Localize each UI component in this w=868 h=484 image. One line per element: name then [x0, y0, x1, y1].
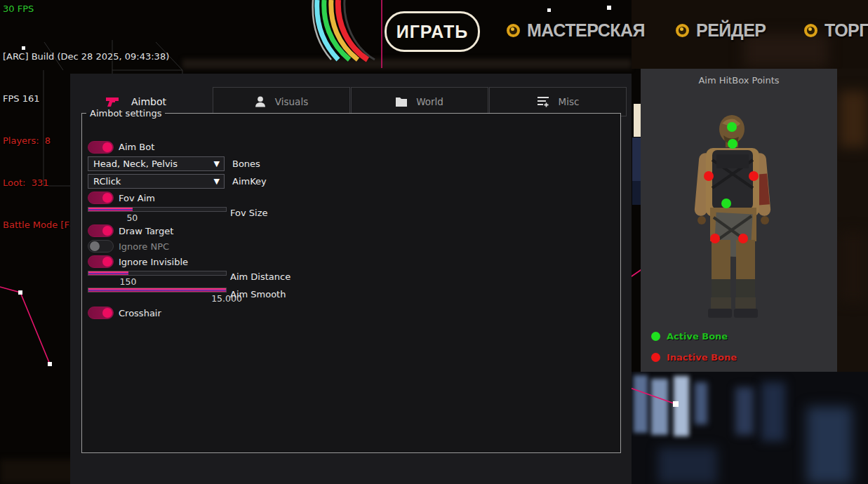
toggle-knob — [90, 241, 100, 251]
aimkey-label: AimKey — [232, 176, 267, 187]
ignore-npc-label: Ignore NPC — [119, 241, 169, 253]
aim-distance-label: Aim Distance — [230, 271, 291, 283]
fov-aim-label: Fov Aim — [119, 193, 155, 204]
fov-size-slider[interactable] — [88, 207, 227, 212]
aim-bot-label: Aim Bot — [119, 142, 154, 153]
cheat-menu-panel: Aimbot Visuals World Misc Aimbot — [70, 74, 632, 484]
toggle-knob — [102, 257, 112, 267]
crosshair-toggle[interactable] — [88, 307, 114, 319]
tab-label: World — [416, 96, 443, 107]
toggle-knob — [102, 142, 112, 152]
tab-label: Visuals — [275, 96, 308, 107]
aim-bot-toggle[interactable] — [88, 141, 114, 154]
draw-target-toggle[interactable] — [88, 224, 114, 237]
bones-label: Bones — [232, 159, 260, 170]
inactive-bone-dot-icon — [651, 353, 660, 362]
ignore-invisible-toggle[interactable] — [88, 255, 114, 268]
active-bone-dot-icon — [651, 332, 660, 341]
legend-inactive-bone: Inactive Bone — [651, 352, 737, 363]
aimbot-settings-group: Aimbot settings Aim Bot Head, Neck, Pelv… — [81, 108, 621, 453]
bones-select[interactable]: Head, Neck, Pelvis ▼ — [88, 156, 225, 171]
aimkey-select[interactable]: RClick ▼ — [88, 174, 225, 189]
menu-item-raider[interactable]: РЕЙДЕР — [676, 20, 766, 41]
fov-size-value: 50 — [126, 213, 138, 223]
hitbox-panel: Aim HitBox Points — [641, 69, 837, 372]
aim-distance-value: 150 — [119, 276, 136, 287]
menu-item-label: МАСТЕРСКАЯ — [527, 20, 645, 41]
slider-fill — [88, 271, 128, 275]
hud-fps-overlay: 30 FPS — [3, 2, 34, 16]
toggle-knob — [102, 308, 112, 318]
coin-icon — [507, 24, 520, 37]
coin-icon — [804, 24, 817, 37]
legend-active-bone: Active Bone — [651, 331, 728, 342]
tab-label: Misc — [559, 96, 580, 107]
menu-item-label: ТОРГО — [824, 20, 868, 41]
legend-label: Active Bone — [667, 331, 728, 342]
aim-distance-slider[interactable] — [88, 271, 227, 276]
player-model — [641, 69, 837, 372]
aimkey-value: RClick — [88, 176, 214, 187]
hud-build: [ARC] Build (Dec 28 2025, 09:43:38) — [3, 50, 169, 64]
chevron-down-icon: ▼ — [214, 177, 224, 186]
pistol-icon — [105, 96, 120, 107]
toggle-knob — [102, 226, 112, 236]
ignore-npc-toggle[interactable] — [88, 240, 114, 253]
fov-aim-toggle[interactable] — [88, 191, 114, 204]
chevron-down-icon: ▼ — [214, 159, 224, 168]
aim-smooth-slider[interactable] — [88, 288, 227, 293]
coin-icon — [676, 24, 689, 37]
crosshair-label: Crosshair — [119, 308, 161, 319]
menu-item-workshop[interactable]: МАСТЕРСКАЯ — [507, 20, 645, 41]
sliders-icon — [537, 96, 549, 108]
legend-label: Inactive Bone — [667, 352, 737, 363]
menu-item-trade[interactable]: ТОРГО — [804, 20, 868, 41]
ignore-invisible-label: Ignore Invisible — [119, 257, 188, 268]
group-title: Aimbot settings — [86, 108, 165, 119]
draw-target-label: Draw Target — [119, 226, 173, 237]
hud-marker-dot — [607, 6, 611, 10]
hud-marker-dot — [22, 46, 25, 50]
hud-marker-dot — [547, 8, 551, 12]
menu-item-label: РЕЙДЕР — [696, 20, 766, 41]
person-icon — [255, 96, 266, 107]
aim-smooth-label: Aim Smooth — [230, 289, 286, 300]
fov-size-label: Fov Size — [230, 208, 267, 219]
folder-icon — [396, 97, 407, 107]
tab-label: Aimbot — [131, 96, 166, 107]
slider-fill — [88, 288, 226, 292]
slider-fill — [88, 208, 133, 211]
screen: 30 FPS [ARC] Build (Dec 28 2025, 09:43:3… — [0, 0, 868, 484]
play-button[interactable]: ИГРАТЬ — [385, 11, 480, 52]
bones-value: Head, Neck, Pelvis — [88, 159, 214, 169]
toggle-knob — [102, 193, 112, 203]
